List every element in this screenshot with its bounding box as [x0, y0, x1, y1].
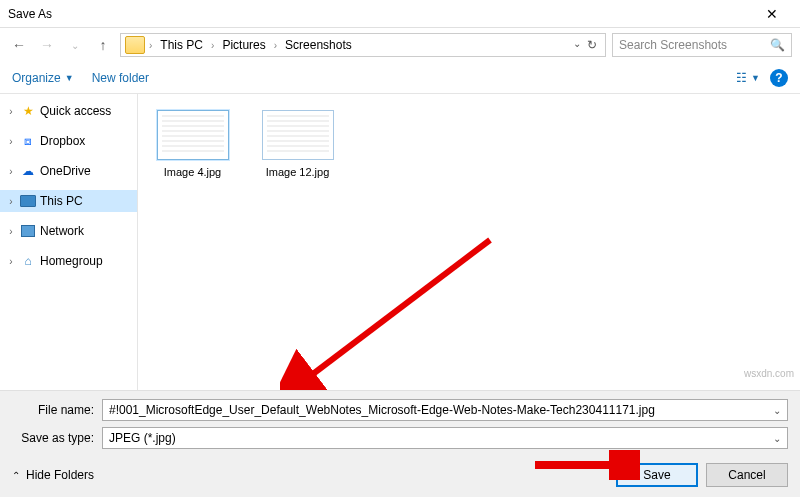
- save-type-select[interactable]: JPEG (*.jpg) ⌄: [102, 427, 788, 449]
- cancel-button[interactable]: Cancel: [706, 463, 788, 487]
- sidebar-item-homegroup[interactable]: › ⌂ Homegroup: [0, 250, 137, 272]
- hide-folders-label: Hide Folders: [26, 468, 94, 482]
- sidebar: › ★ Quick access › ⧈ Dropbox › ☁ OneDriv…: [0, 94, 138, 390]
- network-icon: [20, 224, 36, 238]
- expand-icon[interactable]: ›: [6, 166, 16, 177]
- chevron-right-icon: ›: [149, 40, 152, 51]
- toolbar: Organize ▼ New folder ☷ ▼ ?: [0, 62, 800, 94]
- file-label: Image 12.jpg: [255, 166, 340, 178]
- search-icon: 🔍: [770, 38, 785, 52]
- file-name-input[interactable]: #!001_MicrosoftEdge_User_Default_WebNote…: [102, 399, 788, 421]
- file-thumbnail: [157, 110, 229, 160]
- close-button[interactable]: ✕: [752, 6, 792, 22]
- file-thumbnail: [262, 110, 334, 160]
- sidebar-item-this-pc[interactable]: › This PC: [0, 190, 137, 212]
- watermark: wsxdn.com: [744, 368, 794, 379]
- homegroup-icon: ⌂: [20, 254, 36, 268]
- search-box[interactable]: Search Screenshots 🔍: [612, 33, 792, 57]
- refresh-icon[interactable]: ↻: [587, 38, 597, 52]
- expand-icon[interactable]: ›: [6, 106, 16, 117]
- new-folder-button[interactable]: New folder: [92, 71, 149, 85]
- expand-icon[interactable]: ›: [6, 226, 16, 237]
- sidebar-label: Dropbox: [40, 134, 85, 148]
- file-pane[interactable]: Image 4.jpg Image 12.jpg: [138, 94, 800, 390]
- recent-dropdown[interactable]: ⌄: [64, 34, 86, 56]
- save-button[interactable]: Save: [616, 463, 698, 487]
- save-type-value: JPEG (*.jpg): [109, 431, 176, 445]
- breadcrumb-item[interactable]: Pictures: [218, 36, 269, 54]
- sidebar-item-network[interactable]: › Network: [0, 220, 137, 242]
- sidebar-label: This PC: [40, 194, 83, 208]
- main-area: › ★ Quick access › ⧈ Dropbox › ☁ OneDriv…: [0, 94, 800, 390]
- help-button[interactable]: ?: [770, 69, 788, 87]
- window-title: Save As: [8, 7, 752, 21]
- expand-icon[interactable]: ›: [6, 136, 16, 147]
- chevron-down-icon[interactable]: ⌄: [773, 405, 781, 416]
- forward-button[interactable]: →: [36, 34, 58, 56]
- sidebar-label: Network: [40, 224, 84, 238]
- save-type-label: Save as type:: [12, 431, 100, 445]
- sidebar-label: Quick access: [40, 104, 111, 118]
- pc-icon: [20, 194, 36, 208]
- file-item[interactable]: Image 4.jpg: [150, 110, 235, 178]
- file-label: Image 4.jpg: [150, 166, 235, 178]
- search-placeholder: Search Screenshots: [619, 38, 727, 52]
- folder-icon: [125, 36, 145, 54]
- sidebar-item-quick-access[interactable]: › ★ Quick access: [0, 100, 137, 122]
- chevron-down-icon: ▼: [65, 73, 74, 83]
- breadcrumb-item[interactable]: This PC: [156, 36, 207, 54]
- expand-icon[interactable]: ›: [6, 256, 16, 267]
- breadcrumb-item[interactable]: Screenshots: [281, 36, 356, 54]
- nav-bar: ← → ⌄ ↑ › This PC › Pictures › Screensho…: [0, 28, 800, 62]
- sidebar-item-onedrive[interactable]: › ☁ OneDrive: [0, 160, 137, 182]
- sidebar-item-dropbox[interactable]: › ⧈ Dropbox: [0, 130, 137, 152]
- organize-label: Organize: [12, 71, 61, 85]
- sidebar-label: OneDrive: [40, 164, 91, 178]
- file-name-label: File name:: [12, 403, 100, 417]
- star-icon: ★: [20, 104, 36, 118]
- up-button[interactable]: ↑: [92, 34, 114, 56]
- cloud-icon: ☁: [20, 164, 36, 178]
- view-icon: ☷: [736, 71, 747, 85]
- title-bar: Save As ✕: [0, 0, 800, 28]
- dropbox-icon: ⧈: [20, 134, 36, 148]
- chevron-down-icon[interactable]: ⌄: [773, 433, 781, 444]
- chevron-right-icon: ›: [211, 40, 214, 51]
- address-dropdown-icon[interactable]: ⌄: [573, 38, 581, 52]
- expand-icon[interactable]: ›: [6, 196, 16, 207]
- file-name-value: #!001_MicrosoftEdge_User_Default_WebNote…: [109, 403, 655, 417]
- sidebar-label: Homegroup: [40, 254, 103, 268]
- file-item[interactable]: Image 12.jpg: [255, 110, 340, 178]
- back-button[interactable]: ←: [8, 34, 30, 56]
- bottom-panel: File name: #!001_MicrosoftEdge_User_Defa…: [0, 390, 800, 497]
- chevron-up-icon: ⌃: [12, 470, 20, 481]
- chevron-down-icon: ▼: [751, 73, 760, 83]
- organize-menu[interactable]: Organize ▼: [12, 71, 74, 85]
- hide-folders-button[interactable]: ⌃ Hide Folders: [12, 468, 94, 482]
- chevron-right-icon: ›: [274, 40, 277, 51]
- address-bar[interactable]: › This PC › Pictures › Screenshots ⌄ ↻: [120, 33, 606, 57]
- view-options-button[interactable]: ☷ ▼: [736, 71, 760, 85]
